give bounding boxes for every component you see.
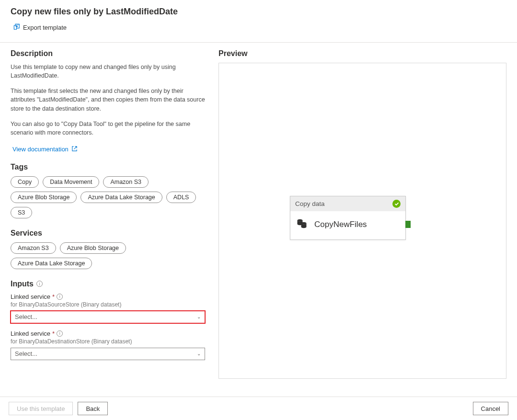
select-placeholder: Select... — [15, 313, 37, 320]
external-link-icon — [71, 146, 78, 153]
chevron-down-icon: ⌄ — [197, 351, 201, 356]
tag-chip[interactable]: Data Movement — [43, 176, 99, 188]
export-template-link[interactable]: Export template — [13, 23, 67, 32]
copy-data-activity[interactable]: Copy data — [290, 196, 406, 240]
info-icon[interactable]: i — [36, 281, 43, 287]
view-documentation-link[interactable]: View documentation — [12, 146, 78, 153]
linked-service-label-2: Linked service* i — [11, 330, 205, 337]
use-template-button: Use this template — [9, 402, 73, 408]
svg-point-2 — [301, 222, 307, 224]
preview-canvas[interactable]: Copy data — [218, 63, 506, 379]
tag-chip[interactable]: S3 — [11, 207, 32, 218]
services-heading: Services — [11, 229, 205, 238]
preview-heading: Preview — [218, 49, 506, 58]
info-icon[interactable]: i — [57, 330, 63, 337]
linked-service-select-destination[interactable]: Select... ⌄ — [11, 348, 205, 360]
inputs-heading: Inputs i — [11, 280, 43, 288]
footer-bar: Use this template Back Cancel — [0, 397, 517, 408]
description-p3: You can also go to "Copy Data Tool" to g… — [11, 120, 205, 137]
tag-chip[interactable]: ADLS — [166, 192, 196, 203]
linked-service-label-1: Linked service* i — [11, 293, 205, 300]
select-placeholder: Select... — [15, 350, 37, 357]
description-p1: Use this template to copy new and change… — [11, 63, 205, 80]
linked-service-sub-1: for BinaryDataSourceStore (Binary datase… — [11, 301, 205, 308]
tag-chip[interactable]: Amazon S3 — [103, 176, 149, 188]
tags-heading: Tags — [11, 163, 205, 171]
tag-chip[interactable]: Azure Data Lake Storage — [80, 192, 162, 203]
activity-type-label: Copy data — [295, 200, 325, 207]
database-icon — [296, 218, 308, 231]
tags-list: Copy Data Movement Amazon S3 Azure Blob … — [11, 176, 205, 218]
activity-connector[interactable] — [405, 221, 411, 228]
tag-chip[interactable]: Copy — [11, 176, 39, 188]
cancel-button[interactable]: Cancel — [473, 402, 508, 408]
description-p2: This template first selects the new and … — [11, 87, 205, 113]
back-button[interactable]: Back — [78, 402, 108, 408]
linked-service-sub-2: for BinaryDataDestinationStore (Binary d… — [11, 338, 205, 345]
success-check-icon — [392, 200, 401, 208]
activity-name: CopyNewFiles — [314, 220, 367, 229]
page-title: Copy new files only by LastModifiedDate — [11, 7, 506, 17]
export-icon — [13, 23, 20, 32]
service-chip[interactable]: Azure Data Lake Storage — [11, 258, 92, 269]
service-chip[interactable]: Azure Blob Storage — [60, 242, 126, 254]
linked-service-select-source[interactable]: Select... ⌄ — [11, 311, 205, 323]
tag-chip[interactable]: Azure Blob Storage — [11, 192, 77, 203]
service-chip[interactable]: Amazon S3 — [11, 242, 56, 254]
info-icon[interactable]: i — [57, 294, 63, 300]
services-list: Amazon S3 Azure Blob Storage Azure Data … — [11, 242, 205, 269]
chevron-down-icon: ⌄ — [197, 314, 201, 319]
description-heading: Description — [11, 49, 205, 58]
export-template-label: Export template — [23, 24, 67, 31]
view-documentation-label: View documentation — [12, 146, 69, 153]
svg-point-1 — [298, 219, 303, 221]
